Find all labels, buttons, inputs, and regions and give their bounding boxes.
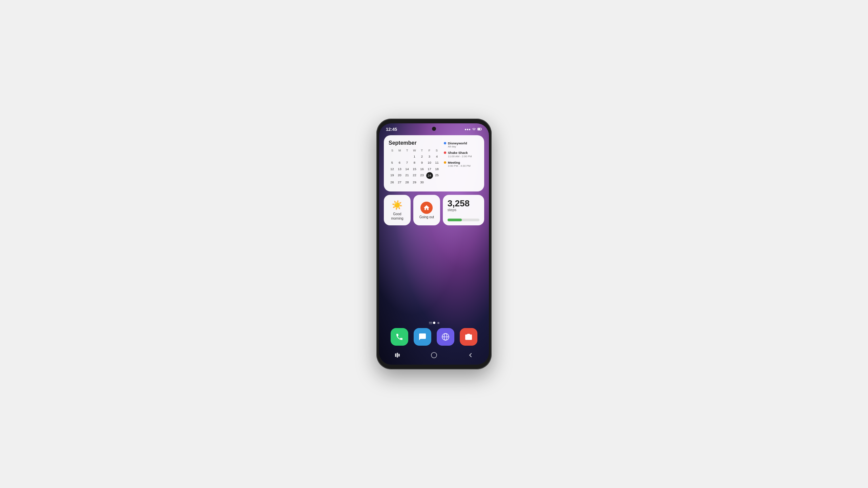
screen-content: September S M T W T F S 1234567891011121 (379, 133, 489, 225)
cal-day[interactable]: 21 (403, 172, 411, 179)
nav-back[interactable] (463, 350, 478, 362)
cal-day[interactable]: 6 (396, 160, 403, 165)
wifi-icon (472, 127, 476, 131)
cal-day[interactable]: 28 (403, 179, 411, 185)
cal-day[interactable]: 23 (418, 172, 426, 179)
cal-event-info: Shake Shack 11:00 AM - 2:00 PM (448, 151, 472, 158)
signal-icon: ●●● (465, 127, 471, 131)
cal-day[interactable]: 1 (411, 154, 418, 159)
cal-day[interactable]: 17 (426, 166, 433, 172)
cal-event-dot (444, 151, 446, 154)
cal-body: 1234567891011121314151617181920212223242… (389, 154, 440, 187)
widgets-row: ☀️ Good morning Going out 3,258 (384, 195, 484, 225)
svg-rect-1 (478, 128, 480, 130)
home-widget[interactable]: Going out (413, 195, 440, 225)
cal-day[interactable] (389, 185, 396, 187)
steps-widget[interactable]: 3,258 steps (443, 195, 484, 225)
cal-header-f: F (426, 149, 433, 152)
cal-day[interactable]: 12 (389, 166, 396, 172)
battery-icon (477, 127, 482, 131)
home-icon (420, 202, 433, 214)
phone-device: 12:45 ●●● (376, 119, 492, 369)
cal-day[interactable]: 11 (433, 160, 440, 165)
cal-day[interactable] (389, 154, 396, 159)
cal-event-item[interactable]: Disneyworld All day (444, 141, 479, 148)
cal-event-dot (444, 142, 446, 144)
cal-day[interactable]: 20 (396, 172, 403, 179)
phone-screen: 12:45 ●●● (379, 123, 489, 365)
cal-event-item[interactable]: Shake Shack 11:00 AM - 2:00 PM (444, 151, 479, 158)
status-time: 12:45 (386, 127, 397, 132)
calendar-widget[interactable]: September S M T W T F S 1234567891011121 (384, 135, 484, 191)
cal-day[interactable]: 26 (389, 179, 396, 185)
app-browser[interactable] (437, 328, 454, 346)
cal-event-item[interactable]: Meeting 3:00 PM - 4:30 PM (444, 161, 479, 167)
cal-header: S M T W T F S (389, 149, 440, 152)
cal-day[interactable] (426, 179, 433, 185)
calendar-month: September (389, 140, 440, 146)
svg-rect-7 (398, 354, 400, 357)
cal-header-w: W (411, 149, 418, 152)
nav-home[interactable] (426, 350, 442, 362)
cal-event-time: 11:00 AM - 2:00 PM (448, 155, 472, 158)
cal-day[interactable]: 4 (433, 154, 440, 159)
cal-day[interactable]: 7 (403, 160, 411, 165)
cal-header-t1: T (403, 149, 411, 152)
cal-day[interactable]: 3 (426, 154, 433, 159)
cal-event-time: 3:00 PM - 4:30 PM (448, 164, 471, 167)
weather-widget[interactable]: ☀️ Good morning (384, 195, 411, 225)
cal-day[interactable]: 24 (426, 172, 433, 179)
cal-day[interactable]: 18 (433, 166, 440, 172)
cal-event-info: Meeting 3:00 PM - 4:30 PM (448, 161, 471, 167)
cal-day[interactable]: 16 (418, 166, 426, 172)
weather-label: Good morning (387, 212, 407, 221)
app-messages[interactable] (414, 328, 431, 346)
status-icons: ●●● (465, 127, 482, 131)
cal-event-dot (444, 161, 446, 164)
cal-day[interactable]: 10 (426, 160, 433, 165)
camera-notch (432, 127, 436, 131)
cal-event-name: Meeting (448, 161, 471, 164)
cal-day[interactable]: 25 (433, 172, 440, 179)
cal-day[interactable]: 9 (418, 160, 426, 165)
status-bar: 12:45 ●●● (379, 123, 489, 133)
cal-header-s2: S (433, 149, 440, 152)
cal-header-m: M (396, 149, 403, 152)
cal-day[interactable] (433, 179, 440, 185)
steps-number: 3,258 (448, 199, 479, 208)
cal-day[interactable]: 2 (418, 154, 426, 159)
svg-rect-6 (397, 353, 398, 358)
cal-header-t2: T (418, 149, 426, 152)
cal-day[interactable]: 5 (389, 160, 396, 165)
svg-rect-5 (395, 353, 396, 357)
cal-day[interactable]: 13 (396, 166, 403, 172)
cal-day[interactable] (403, 154, 411, 159)
calendar-events: Disneyworld All day Shake Shack 11:00 AM… (444, 140, 479, 187)
cal-day[interactable]: 14 (403, 166, 411, 172)
calendar-left: September S M T W T F S 1234567891011121 (389, 140, 440, 187)
dock-area (379, 322, 489, 346)
cal-day[interactable] (396, 154, 403, 159)
cal-day[interactable]: 19 (389, 172, 396, 179)
cal-event-time: All day (448, 145, 467, 148)
app-phone[interactable] (391, 328, 408, 346)
app-camera[interactable] (460, 328, 477, 346)
cal-event-name: Disneyworld (448, 141, 467, 145)
weather-sun-icon: ☀️ (392, 200, 402, 210)
cal-event-name: Shake Shack (448, 151, 472, 155)
cal-day[interactable]: 30 (418, 179, 426, 185)
steps-progress-fill (448, 219, 462, 221)
cal-day[interactable]: 22 (411, 172, 418, 179)
nav-recents[interactable] (390, 350, 405, 362)
cal-header-s1: S (389, 149, 396, 152)
svg-point-8 (431, 352, 437, 358)
cal-day[interactable]: 15 (411, 166, 418, 172)
page-dots (429, 322, 439, 324)
calendar-grid: S M T W T F S 12345678910111213141516171… (389, 149, 440, 187)
cal-day[interactable]: 27 (396, 179, 403, 185)
cal-event-info: Disneyworld All day (448, 141, 467, 148)
dot-active (433, 322, 435, 324)
cal-day[interactable]: 8 (411, 160, 418, 165)
cal-day[interactable]: 29 (411, 179, 418, 185)
steps-progress-bg (448, 219, 479, 221)
